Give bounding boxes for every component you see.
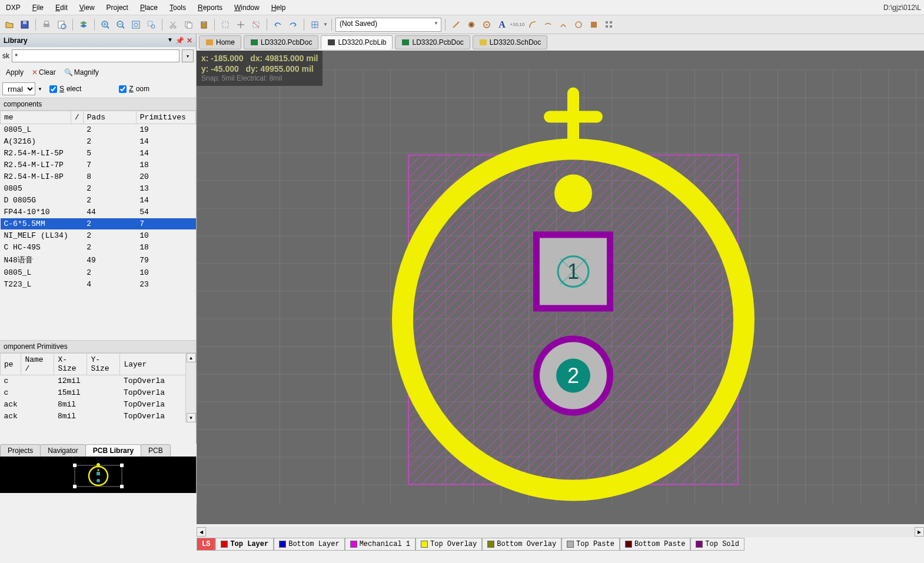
tab-navigator[interactable]: Navigator [40, 444, 85, 457]
layers-icon[interactable] [77, 18, 91, 32]
table-row[interactable]: A(3216)214 [1, 136, 196, 148]
clear-button[interactable]: ✕Clear [28, 67, 59, 78]
tab-pcb-library[interactable]: PCB Library [85, 444, 141, 457]
menu-place[interactable]: Place [134, 1, 164, 14]
close-icon[interactable]: ✕ [187, 36, 192, 45]
menu-help[interactable]: Help [265, 1, 292, 14]
grid-icon[interactable] [308, 18, 322, 32]
table-row[interactable]: C HC-49S218 [1, 242, 196, 254]
col-primitives[interactable]: Primitives [136, 111, 195, 124]
mask-dropdown-icon[interactable]: ▾ [182, 49, 194, 62]
menu-project[interactable]: Project [101, 1, 134, 14]
doc-tab-ld3320-pcbdoc[interactable]: LD3320.PcbDoc [395, 35, 470, 49]
col-sort[interactable]: / [71, 111, 84, 124]
scroll-up-icon[interactable]: ▲ [187, 353, 196, 362]
table-row[interactable]: FP44-10*104454 [1, 206, 196, 218]
h-scrollbar[interactable]: ◀ ▶ [197, 527, 924, 537]
doc-tab-ld3320-schdoc[interactable]: LD3320.SchDoc [473, 35, 547, 49]
doc-tab-ld3320-pcbdoc[interactable]: LD3320.PcbDoc [244, 35, 318, 49]
table-row[interactable]: R2.54-M-LI-7P718 [1, 159, 196, 171]
tab-projects[interactable]: Projects [0, 444, 41, 457]
line-icon[interactable] [449, 18, 463, 32]
dropdown-arrow-icon[interactable]: ▼ [323, 22, 328, 27]
table-row[interactable]: ack8milTopOverla [1, 399, 196, 411]
coord-icon[interactable]: +10,10 [510, 18, 524, 32]
col-type[interactable]: pe [1, 354, 21, 375]
arc-center-icon[interactable] [526, 18, 540, 32]
col-pads[interactable]: Pads [83, 111, 136, 124]
primitives-scrollbar[interactable]: ▲ ▼ [185, 353, 196, 422]
layer-tab-ls[interactable]: LS [197, 538, 215, 551]
select-checkbox-wrap[interactable]: Select [49, 85, 81, 93]
mode-select[interactable]: rmal [2, 82, 35, 95]
string-icon[interactable]: A [495, 18, 509, 32]
zoom-checkbox-wrap[interactable]: Zoom [119, 85, 149, 93]
pad-1[interactable]: 1 [533, 232, 613, 312]
deselect-icon[interactable] [249, 18, 263, 32]
zoom-out-icon[interactable] [114, 18, 128, 32]
pad-2[interactable]: 2 [533, 336, 613, 416]
save-icon[interactable] [18, 18, 32, 32]
pad-icon[interactable] [464, 18, 478, 32]
full-circle-icon[interactable] [571, 18, 586, 32]
snapshot-dropdown[interactable]: (Not Saved) [335, 18, 441, 32]
menu-view[interactable]: View [74, 1, 101, 14]
table-row[interactable]: T223_L423 [1, 279, 196, 291]
cut-icon[interactable] [166, 18, 180, 32]
tab-pcb[interactable]: PCB [141, 444, 171, 457]
undo-icon[interactable] [271, 18, 285, 32]
magnify-button[interactable]: 🔍Magnify [61, 67, 102, 78]
col-layer[interactable]: Layer [120, 354, 196, 375]
via-icon[interactable] [480, 18, 494, 32]
table-row[interactable]: 0805213 [1, 183, 196, 195]
menu-reports[interactable]: Reports [192, 1, 228, 14]
redo-icon[interactable] [286, 18, 300, 32]
scroll-left-icon[interactable]: ◀ [197, 527, 206, 537]
menu-edit[interactable]: Edit [49, 1, 74, 14]
menu-tools[interactable]: Tools [164, 1, 192, 14]
paste-icon[interactable] [197, 18, 211, 32]
chevron-down-icon[interactable]: ▼ [38, 86, 42, 92]
col-xsize[interactable]: X-Size [54, 354, 87, 375]
dropdown-icon[interactable]: ▼ [167, 36, 173, 45]
move-icon[interactable] [234, 18, 248, 32]
mask-input[interactable] [12, 49, 180, 62]
doc-tab-home[interactable]: Home [199, 35, 241, 49]
table-row[interactable]: c12milTopOverla [1, 375, 196, 387]
array-icon[interactable] [602, 18, 616, 32]
menu-file[interactable]: File [26, 1, 49, 14]
layer-tab-mechanical-1[interactable]: Mechanical 1 [345, 538, 416, 551]
table-row[interactable]: R2.54-M-LI-8P820 [1, 171, 196, 183]
menu-window[interactable]: Window [228, 1, 265, 14]
scroll-down-icon[interactable]: ▼ [187, 413, 196, 422]
scroll-right-icon[interactable]: ▶ [915, 527, 924, 537]
copy-icon[interactable] [181, 18, 195, 32]
fill-icon[interactable] [587, 18, 601, 32]
select-icon[interactable] [218, 18, 232, 32]
layer-tab-top-overlay[interactable]: Top Overlay [416, 538, 482, 551]
table-row[interactable]: 0805_L210 [1, 267, 196, 279]
arc-edge-icon[interactable] [541, 18, 555, 32]
layer-tab-top-layer[interactable]: Top Layer [215, 538, 274, 551]
col-pname[interactable]: Name / [21, 354, 54, 375]
print-icon[interactable] [39, 18, 54, 32]
select-checkbox[interactable] [49, 85, 57, 93]
table-row[interactable]: R2.54-M-LI-5P514 [1, 148, 196, 159]
table-row[interactable]: C-6*5.5MM27 [1, 218, 196, 230]
table-row[interactable]: NI_MELF (LL34)210 [1, 230, 196, 242]
pin-icon[interactable]: 📌 [175, 36, 184, 45]
canvas[interactable]: x: -185.000 dx: 49815.000 mil y: -45.000… [197, 51, 924, 524]
layer-tab-bottom-overlay[interactable]: Bottom Overlay [482, 538, 561, 551]
zoom-in-icon[interactable] [98, 18, 112, 32]
table-row[interactable]: N48语音4979 [1, 254, 196, 267]
zoom-fit-icon[interactable] [129, 18, 143, 32]
table-row[interactable]: D 0805G214 [1, 195, 196, 206]
table-row[interactable]: c15milTopOverla [1, 387, 196, 399]
open-icon[interactable] [2, 18, 16, 32]
layer-tab-bottom-layer[interactable]: Bottom Layer [274, 538, 344, 551]
doc-tab-ld3320-pcblib[interactable]: LD3320.PcbLib [321, 35, 393, 49]
layer-tab-bottom-paste[interactable]: Bottom Paste [620, 538, 690, 551]
table-row[interactable]: ack8milTopOverla [1, 411, 196, 422]
apply-button[interactable]: Apply [2, 67, 27, 78]
arc-any-icon[interactable] [556, 18, 570, 32]
